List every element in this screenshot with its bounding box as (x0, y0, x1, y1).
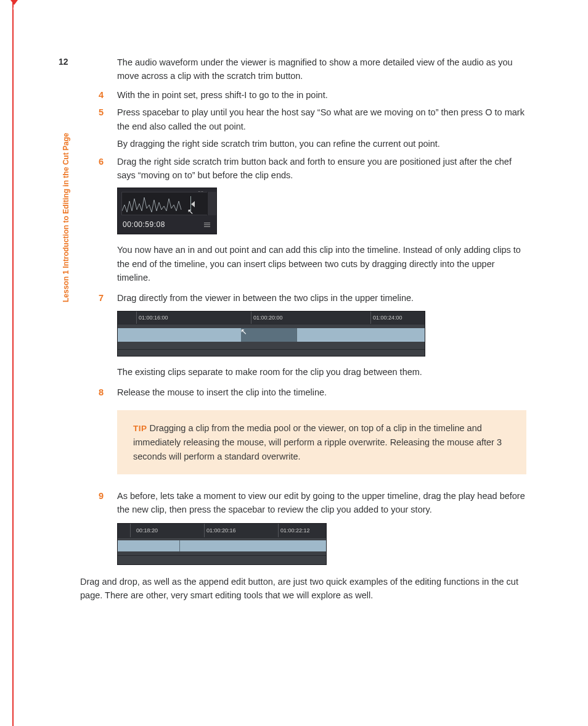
screenshot-playhead-timeline: 00:18:20 01:00:20:16 01:00:22:12 ↖ (117, 523, 327, 565)
step-text: As before, lets take a moment to view ou… (117, 489, 526, 517)
timeline-clip (118, 540, 180, 551)
step-text: Release the mouse to insert the clip int… (117, 386, 526, 399)
step-number: 9 (99, 489, 104, 503)
cursor-icon: ↖ (12, 4, 18, 15)
step-number: 8 (99, 386, 104, 399)
step-5: 5 Press spacebar to play until you hear … (117, 105, 526, 151)
mid-paragraph: You now have an in and out point and can… (117, 243, 526, 284)
screenshot-waveform-viewer: -50 - ↖ 00:00:59:08 (117, 188, 217, 235)
step-number: 6 (99, 155, 104, 168)
playhead-icon (12, 0, 14, 726)
timeline-clip (296, 328, 425, 342)
step-text: Press spacebar to play until you hear th… (117, 105, 526, 133)
ruler-label: 01:00:20:16 (206, 527, 236, 535)
step-number: 4 (99, 88, 104, 102)
side-panel (207, 192, 216, 216)
step-text: Drag the right side scratch trim button … (117, 155, 526, 183)
ruler-label: 01:00:22:12 (280, 527, 310, 535)
timeline-clip (118, 328, 242, 342)
step-6: 6 Drag the right side scratch trim butto… (117, 155, 526, 183)
ruler-label: 01:00:16:00 (139, 314, 168, 323)
page: 12 Lesson 1 Introduction to Editing in t… (0, 0, 588, 726)
step-text: With the in point set, press shift-I to … (117, 88, 526, 102)
tip-box: TIP Dragging a clip from the media pool … (117, 410, 526, 474)
step-subtext: By dragging the right side scratch trim … (117, 137, 526, 151)
timeline-track: ↖ (118, 324, 425, 349)
after-step7-paragraph: The existing clips separate to make room… (117, 365, 526, 379)
intro-paragraph: The audio waveform under the viewer is m… (117, 56, 526, 83)
step-number: 7 (99, 291, 104, 305)
lesson-side-label: Lesson 1 Introduction to Editing in the … (60, 133, 72, 302)
step-9: 9 As before, lets take a moment to view … (117, 489, 526, 517)
step-text: Drag directly from the viewer in between… (117, 291, 526, 305)
tip-label: TIP (133, 424, 147, 433)
step-7: 7 Drag directly from the viewer in betwe… (117, 291, 526, 305)
timeline-ruler: 00:18:20 01:00:20:16 01:00:22:12 (118, 524, 326, 537)
timeline-track-lower (118, 349, 425, 356)
ruler-label: 01:00:24:00 (373, 314, 402, 323)
timecode-display: 00:00:59:08 (123, 219, 165, 231)
closing-paragraph: Drag and drop, as well as the append edi… (80, 575, 526, 603)
timeline-track-lower (118, 555, 326, 564)
step-number: 5 (99, 105, 104, 119)
timeline-ruler: 01:00:16:00 01:00:20:00 01:00:24:00 (118, 311, 425, 324)
screenshot-upper-timeline: 01:00:16:00 01:00:20:00 01:00:24:00 ↖ (117, 311, 425, 357)
trim-caret-arrow-icon (191, 201, 195, 207)
page-number: 12 (59, 56, 68, 69)
ruler-label: 01:00:20:00 (253, 314, 283, 323)
timeline-clip (179, 540, 326, 551)
menu-icon (204, 223, 211, 227)
waveform-area: ↖ (121, 192, 213, 215)
ruler-label: 00:18:20 (136, 527, 158, 535)
tip-text: Dragging a clip from the media pool or t… (133, 423, 502, 461)
timeline-gap (241, 328, 296, 342)
step-4: 4 With the in point set, press shift-I t… (117, 88, 526, 102)
step-8: 8 Release the mouse to insert the clip i… (117, 386, 526, 399)
timeline-track (118, 537, 326, 555)
